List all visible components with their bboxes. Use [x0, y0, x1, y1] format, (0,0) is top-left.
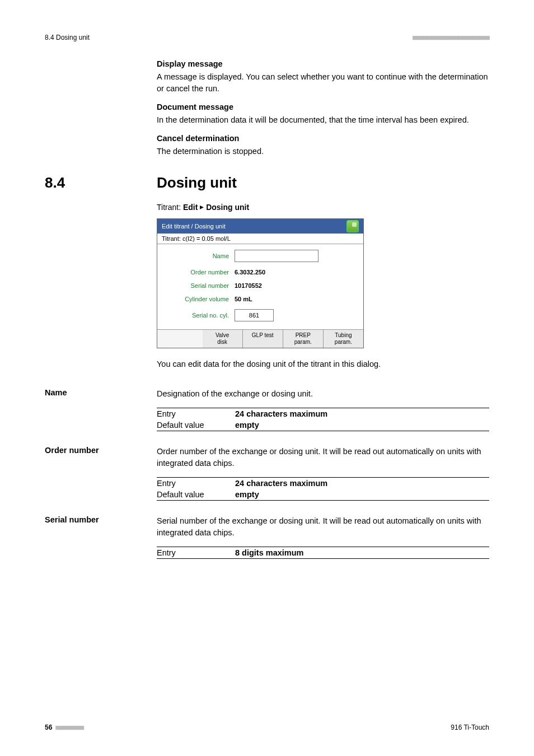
header-left: 8.4 Dosing unit: [45, 34, 90, 41]
footer-dashes: ■■■■■■■■: [55, 724, 83, 731]
dialog-title: Edit titrant / Dosing unit: [162, 223, 226, 230]
entry-key: Entry: [157, 478, 235, 489]
section-number: 8.4: [45, 174, 157, 192]
dialog-subtitle: Titrant: c(I2) = 0.05 mol/L: [157, 234, 363, 244]
table-row: Entry 8 digits maximum: [157, 547, 489, 559]
name-desc: Designation of the exchange or dosing un…: [157, 388, 489, 400]
display-message-text: A message is displayed. You can select w…: [157, 71, 489, 95]
home-icon[interactable]: [346, 220, 359, 232]
glp-test-button[interactable]: GLP test: [243, 330, 283, 348]
entry-key: Entry: [157, 408, 235, 420]
section-heading: 8.4 Dosing unit: [45, 174, 489, 192]
cancel-text: The determination is stopped.: [157, 146, 489, 157]
valve-disk-button[interactable]: Valve disk: [203, 330, 243, 348]
page-number: 56: [45, 724, 52, 731]
cancel-title: Cancel determination: [157, 133, 489, 144]
document-message-title: Document message: [157, 101, 489, 113]
table-row: Entry 24 characters maximum: [157, 408, 489, 420]
table-row: Default value empty: [157, 419, 489, 431]
document-message-text: In the determination data it will be doc…: [157, 114, 489, 126]
name-prop-table: Entry 24 characters maximum Default valu…: [157, 408, 489, 431]
table-row: Default value empty: [157, 489, 489, 501]
cylinder-volume-label: Cylinder volume: [162, 296, 235, 302]
entry-value: 8 digits maximum: [235, 547, 489, 559]
page-footer: 56 ■■■■■■■■ 916 Ti-Touch: [45, 724, 489, 731]
breadcrumb-dosing: Dosing unit: [206, 203, 249, 212]
header-dashes: ■■■■■■■■■■■■■■■■■■■■■■: [413, 34, 489, 41]
default-key: Default value: [157, 489, 235, 501]
after-figure-text: You can edit data for the dosing unit of…: [157, 358, 489, 370]
table-row: Entry 24 characters maximum: [157, 478, 489, 489]
order-number-label: Order number: [162, 269, 235, 276]
cylinder-volume-value: 50 mL: [235, 296, 252, 302]
page-header: 8.4 Dosing unit ■■■■■■■■■■■■■■■■■■■■■■: [45, 34, 489, 41]
serial-desc: Serial number of the exchange or dosing …: [157, 515, 489, 539]
section-title: Dosing unit: [157, 174, 237, 192]
breadcrumb: Titrant: Edit ▸ Dosing unit: [157, 203, 489, 212]
serial-side-label: Serial number: [45, 515, 157, 524]
breadcrumb-prefix: Titrant:: [157, 203, 183, 212]
default-value: empty: [235, 489, 489, 501]
footer-spacer: [157, 330, 203, 348]
serial-no-cyl-input[interactable]: 861: [235, 309, 274, 321]
order-prop-table: Entry 24 characters maximum Default valu…: [157, 477, 489, 501]
default-value: empty: [235, 419, 489, 431]
breadcrumb-edit: Edit: [183, 203, 198, 212]
serial-prop-table: Entry 8 digits maximum: [157, 547, 489, 559]
order-desc: Order number of the exchange or dosing u…: [157, 446, 489, 469]
tubing-param-button[interactable]: Tubing param.: [324, 330, 363, 348]
entry-value: 24 characters maximum: [235, 478, 489, 489]
default-key: Default value: [157, 419, 235, 431]
name-side-label: Name: [45, 388, 157, 397]
name-label: Name: [162, 253, 235, 259]
display-message-title: Display message: [157, 58, 489, 70]
serial-number-value: 10170552: [235, 282, 262, 289]
order-number-value: 6.3032.250: [235, 269, 265, 276]
serial-no-cyl-label: Serial no. cyl.: [162, 312, 235, 319]
chevron-right-icon: ▸: [200, 202, 204, 211]
name-input[interactable]: [235, 250, 318, 262]
dialog-titlebar: Edit titrant / Dosing unit: [157, 219, 363, 234]
dosing-unit-dialog: Edit titrant / Dosing unit Titrant: c(I2…: [157, 218, 364, 348]
prep-param-button[interactable]: PREP param.: [283, 330, 324, 348]
entry-value: 24 characters maximum: [235, 408, 489, 420]
order-side-label: Order number: [45, 446, 157, 455]
footer-right: 916 Ti-Touch: [451, 724, 489, 731]
dialog-footer: Valve disk GLP test PREP param. Tubing p…: [157, 329, 363, 348]
serial-number-label: Serial number: [162, 282, 235, 289]
entry-key: Entry: [157, 547, 235, 559]
